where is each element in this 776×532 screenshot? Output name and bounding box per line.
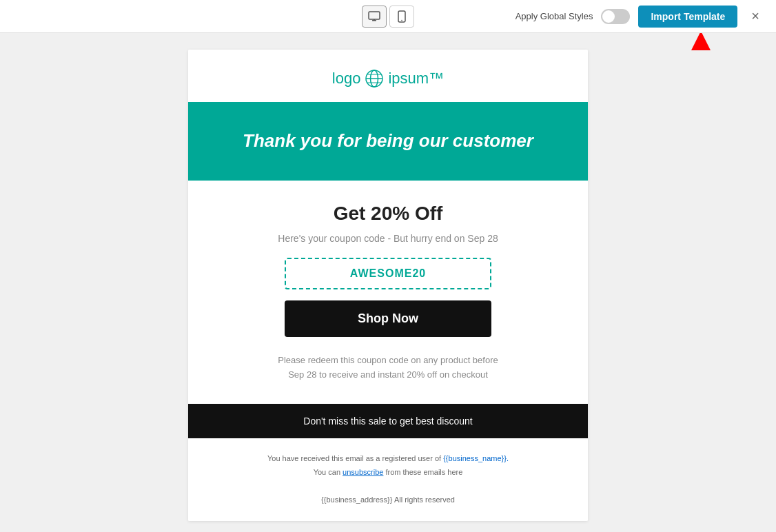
logo-word: logo bbox=[332, 70, 361, 88]
logo-suffix: ipsum™ bbox=[388, 70, 444, 88]
email-bottom-banner: Don't miss this sale to get best discoun… bbox=[188, 404, 588, 438]
global-styles-toggle[interactable] bbox=[601, 9, 630, 24]
svg-rect-1 bbox=[372, 20, 376, 21]
discount-subtitle: Here's your coupon code - But hurry end … bbox=[216, 233, 560, 244]
svg-rect-0 bbox=[369, 12, 380, 19]
toolbar-right: Apply Global Styles Import Template × bbox=[515, 6, 765, 28]
svg-point-4 bbox=[401, 19, 402, 21]
footer-template-var1: {{business_name}}. bbox=[443, 454, 509, 462]
arrow-indicator bbox=[691, 31, 711, 50]
logo: logo ipsum™ bbox=[202, 69, 574, 88]
coupon-box: AWESOME20 bbox=[285, 258, 491, 289]
logo-globe-icon bbox=[365, 69, 384, 88]
mobile-device-button[interactable] bbox=[389, 6, 414, 28]
hero-heading: Thank you for being our customer bbox=[209, 130, 567, 153]
desktop-device-button[interactable] bbox=[362, 6, 387, 28]
footer-text: You have received this email as a regist… bbox=[209, 452, 567, 507]
email-footer: You have received this email as a regist… bbox=[188, 438, 588, 520]
footer-line3: {{business_address}} All rights reserved bbox=[321, 495, 455, 504]
footer-line2-suffix: from these emails here bbox=[383, 468, 462, 476]
discount-title: Get 20% Off bbox=[216, 203, 560, 225]
email-hero-section: Thank you for being our customer bbox=[188, 102, 588, 181]
redeem-text: Please redeem this coupon code on any pr… bbox=[216, 354, 560, 382]
email-discount-section: Get 20% Off Here's your coupon code - Bu… bbox=[188, 181, 588, 405]
close-button[interactable]: × bbox=[746, 6, 765, 27]
bottom-banner-text: Don't miss this sale to get best discoun… bbox=[303, 416, 472, 427]
import-template-button[interactable]: Import Template bbox=[638, 6, 737, 28]
redeem-line2: Sep 28 to receive and instant 20% off on… bbox=[288, 369, 488, 380]
main-area: logo ipsum™ Thank you for being our cust… bbox=[0, 33, 776, 532]
email-template: logo ipsum™ Thank you for being our cust… bbox=[188, 50, 588, 521]
footer-line1-prefix: You have received this email as a regist… bbox=[267, 454, 443, 462]
shop-now-button[interactable]: Shop Now bbox=[285, 300, 491, 337]
toolbar: Apply Global Styles Import Template × bbox=[0, 0, 776, 33]
coupon-code: AWESOME20 bbox=[350, 267, 426, 279]
unsubscribe-link[interactable]: unsubscribe bbox=[343, 468, 383, 476]
device-switcher bbox=[362, 6, 414, 28]
footer-line2-prefix: You can bbox=[314, 468, 343, 476]
apply-global-styles-label: Apply Global Styles bbox=[515, 11, 593, 21]
redeem-line1: Please redeem this coupon code on any pr… bbox=[278, 355, 498, 365]
email-logo-section: logo ipsum™ bbox=[188, 50, 588, 102]
